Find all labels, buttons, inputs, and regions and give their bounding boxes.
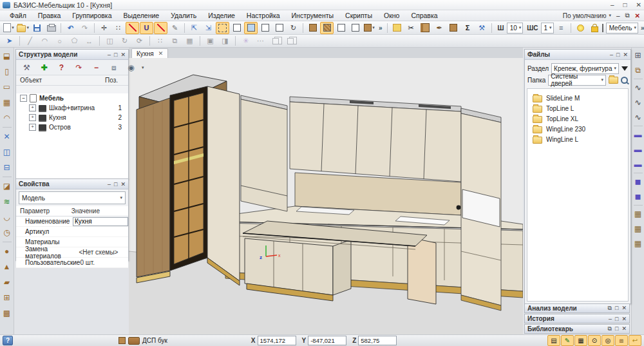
fastener-add-tool[interactable]: ∿: [632, 96, 644, 109]
name-input[interactable]: [73, 217, 128, 226]
menu-edit[interactable]: Правка: [32, 11, 66, 20]
redo-button[interactable]: ↷: [78, 22, 91, 34]
edit-mode-toggle[interactable]: ✎: [561, 335, 574, 346]
menu-settings[interactable]: Настройка: [241, 11, 286, 20]
white-edges-button[interactable]: [348, 22, 362, 34]
files-list[interactable]: SlideLine M TopLine L TopLine XL WingLin…: [527, 88, 629, 302]
panel-float-icon[interactable]: ⧉: [608, 325, 612, 332]
fastener-tool[interactable]: ∿: [632, 81, 644, 94]
array-tool[interactable]: ∷: [153, 35, 167, 47]
expand-icon[interactable]: +: [29, 124, 36, 131]
construction-line-tool[interactable]: ⋯: [254, 35, 267, 47]
grid-box-tool[interactable]: ▩: [1, 307, 14, 320]
white-model-button[interactable]: [334, 22, 348, 34]
pack-button[interactable]: [447, 22, 460, 34]
folder-combo[interactable]: Системы дверей▾: [548, 75, 606, 86]
block-delete-tool[interactable]: ◼: [632, 190, 644, 203]
menu-file[interactable]: Файл: [4, 11, 32, 20]
magnet-toggle[interactable]: U: [140, 22, 153, 34]
filter-funnel-icon[interactable]: [621, 66, 628, 71]
panel-minimize-icon[interactable]: –: [108, 52, 111, 58]
tree-item-kitchen[interactable]: + Кухня 2: [16, 113, 128, 122]
panel-close-icon[interactable]: ✕: [120, 52, 126, 58]
thickness-combo[interactable]: 1▾: [541, 23, 554, 34]
board-horizontal-tool[interactable]: ▭: [1, 81, 14, 93]
panel-close-icon[interactable]: ✕: [621, 325, 627, 332]
panel-close-icon[interactable]: ✕: [621, 316, 627, 322]
menu-selection[interactable]: Выделение: [118, 11, 166, 20]
file-item-topline-l[interactable]: TopLine L: [527, 103, 628, 113]
undo-button[interactable]: ↶: [64, 22, 77, 34]
orbit-button[interactable]: ↻: [287, 22, 300, 34]
panel-maximize-icon[interactable]: □: [615, 305, 618, 312]
expand-icon[interactable]: +: [29, 104, 36, 111]
librarian-panel-header[interactable]: Библиотекарь ⧉□✕: [524, 324, 630, 334]
accordion-doors-tool[interactable]: ≋: [1, 195, 14, 208]
prop-row-article[interactable]: Артикул: [16, 227, 128, 237]
prop-row-replacement[interactable]: Замена материалов <Нет схемы>: [16, 247, 128, 258]
panel-maximize-icon[interactable]: □: [114, 181, 117, 187]
board-edit-tool[interactable]: ◪: [1, 180, 14, 193]
polygon-tool[interactable]: ⬠: [68, 35, 81, 47]
viewport-3d[interactable]: x z: [129, 58, 523, 334]
trim-tool[interactable]: ✳: [239, 35, 252, 47]
print-button[interactable]: [44, 22, 58, 34]
grid-button[interactable]: ∷: [111, 22, 125, 34]
panel-float-icon[interactable]: ⧉: [608, 305, 612, 312]
menu-help[interactable]: Справка: [405, 11, 443, 20]
panel-minimize-icon[interactable]: –: [609, 316, 612, 322]
array-rect-tool[interactable]: ⧉: [168, 35, 182, 47]
child-restore-button[interactable]: ⧉: [625, 12, 629, 19]
solid-color-button[interactable]: [306, 22, 319, 34]
small-cube-tool-2[interactable]: [283, 35, 297, 47]
structure-preview-button[interactable]: ⧈: [106, 61, 121, 74]
measure-button[interactable]: ✎: [168, 22, 182, 34]
orientation-toggle[interactable]: ↩: [629, 335, 641, 346]
cone-tool[interactable]: ▲: [1, 260, 14, 273]
minimize-button[interactable]: –: [611, 1, 614, 8]
panel-maximize-icon[interactable]: □: [114, 52, 117, 58]
toolbar-overflow-2[interactable]: »: [639, 24, 644, 32]
small-cube-tool-1[interactable]: [269, 35, 282, 47]
cabinet-box-tool[interactable]: ⊞: [1, 291, 14, 304]
panel-close-icon[interactable]: ✕: [623, 52, 628, 58]
board-vertical-tool[interactable]: ▯: [1, 65, 14, 78]
tree-item-island[interactable]: + Остров 3: [16, 122, 128, 132]
layer-visibility-button[interactable]: [574, 22, 587, 34]
sum-button[interactable]: Σ: [461, 22, 475, 34]
structure-panel-header[interactable]: Структура модели – □ ✕: [16, 50, 128, 60]
panel-maximize-icon[interactable]: □: [616, 52, 620, 58]
snap-node-toggle[interactable]: [126, 22, 139, 34]
blocks-toggle[interactable]: ⧈: [615, 335, 628, 346]
file-item-topline-xl[interactable]: TopLine XL: [527, 113, 628, 124]
layers-button[interactable]: ≡: [554, 22, 568, 34]
divider-vertical-tool[interactable]: ◫: [1, 146, 14, 159]
panel-edit-tool[interactable]: ◨: [218, 35, 232, 47]
panel-maximize-icon[interactable]: □: [615, 316, 618, 322]
fittings-button[interactable]: [390, 22, 404, 34]
layer-color-swatch[interactable]: [602, 24, 603, 32]
panel-close-icon[interactable]: ✕: [120, 181, 126, 187]
file-item-wingline-230[interactable]: WingLine 230: [527, 124, 628, 134]
snap-line-toggle[interactable]: [154, 22, 167, 34]
select-copy-button[interactable]: ⇲: [202, 22, 215, 34]
line-tool[interactable]: ╱: [23, 35, 37, 47]
layer-lock-button[interactable]: [588, 22, 601, 34]
box-export-tool[interactable]: ⧉: [632, 64, 644, 77]
toolbar-overflow-1[interactable]: »: [377, 24, 384, 32]
tools-button[interactable]: ⚒: [475, 22, 489, 34]
child-minimize-button[interactable]: –: [616, 12, 620, 19]
cut-button[interactable]: ✂: [404, 22, 418, 34]
view-wireframe-button[interactable]: [230, 22, 243, 34]
files-panel-header[interactable]: Файлы – □ ✕: [525, 50, 630, 60]
table-window-tool[interactable]: ⊞: [632, 49, 644, 62]
sheet-combo[interactable]: 10▾: [507, 23, 524, 34]
crate-tool[interactable]: ▦: [632, 207, 644, 220]
crate-delete-tool[interactable]: ▦: [632, 237, 644, 250]
edit-contour-button[interactable]: ➤: [3, 35, 16, 47]
structure-unlink-button[interactable]: −: [89, 61, 104, 74]
tree-root-row[interactable]: – Мебель: [16, 93, 128, 103]
dimension-tool[interactable]: ↔: [82, 35, 96, 47]
panel-maximize-icon[interactable]: □: [615, 325, 618, 332]
collapse-icon[interactable]: –: [20, 95, 27, 102]
